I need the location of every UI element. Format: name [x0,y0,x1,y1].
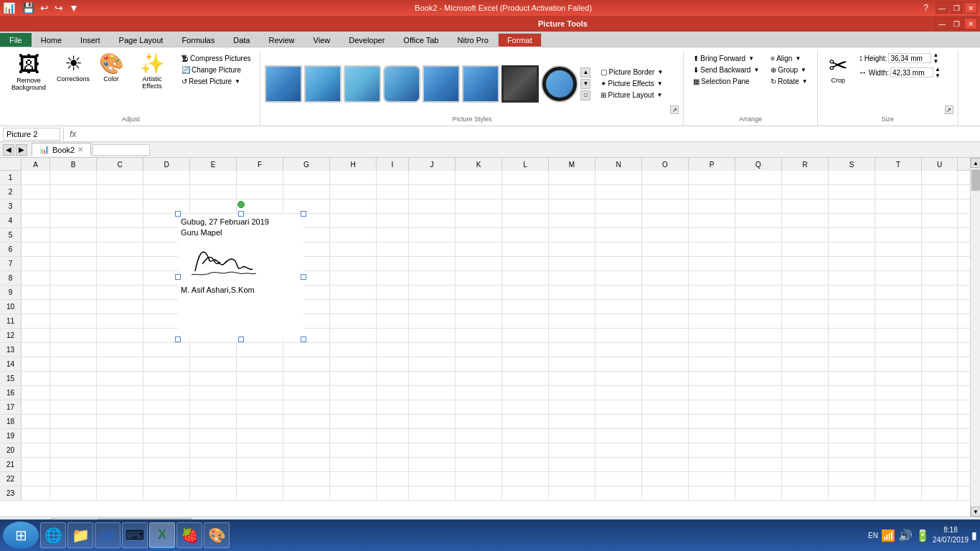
cell-4-R[interactable] [782,214,829,227]
cell-2-G[interactable] [283,185,330,199]
cell-7-S[interactable] [829,257,875,270]
group-button[interactable]: ⊕ Group ▼ [767,65,811,75]
minimize-button[interactable]: — [936,2,948,14]
cell-13-S[interactable] [829,343,875,357]
cell-22-B[interactable] [50,472,97,486]
cell-12-R[interactable] [782,329,829,342]
cell-1-E[interactable] [190,171,237,184]
cell-4-C[interactable] [97,214,143,227]
cell-12-L[interactable] [502,329,549,342]
cell-14-S[interactable] [829,357,875,371]
cell-8-J[interactable] [409,271,456,285]
cell-12-N[interactable] [595,329,642,342]
cell-5-C[interactable] [97,228,143,242]
cell-8-Q[interactable] [735,271,782,285]
cell-10-N[interactable] [595,300,642,314]
cell-14-D[interactable] [143,357,190,371]
cell-19-O[interactable] [642,429,689,443]
cell-17-I[interactable] [377,400,409,414]
cell-17-U[interactable] [922,400,958,414]
cell-5-A[interactable] [22,228,50,242]
cell-15-N[interactable] [595,372,642,385]
cell-1-D[interactable] [143,171,190,184]
cell-19-S[interactable] [829,429,875,443]
expand-btn[interactable]: ◀ [3,144,14,156]
cell-9-H[interactable] [330,286,377,299]
cell-7-L[interactable] [502,257,549,270]
cell-20-L[interactable] [502,443,549,457]
cell-7-I[interactable] [377,257,409,270]
cell-8-R[interactable] [782,271,829,285]
cell-9-Q[interactable] [735,286,782,299]
cell-19-K[interactable] [456,429,502,443]
cell-11-T[interactable] [875,314,922,328]
cell-16-Q[interactable] [735,386,782,400]
cell-13-E[interactable] [190,343,237,357]
cell-19-A[interactable] [22,429,50,443]
cell-2-T[interactable] [875,185,922,199]
cell-10-O[interactable] [642,300,689,314]
cell-13-I[interactable] [377,343,409,357]
close-button[interactable]: ✕ [964,2,977,14]
workbook-tab-book2[interactable]: 📊 Book2 ✕ [32,143,91,156]
cell-20-J[interactable] [409,443,456,457]
taskbar-chrome[interactable]: 🌐 [40,522,66,548]
cell-8-H[interactable] [330,271,377,285]
cell-7-M[interactable] [549,257,595,270]
send-backward-button[interactable]: ⬇ Send Backward ▼ [689,65,763,75]
cell-18-U[interactable] [922,415,958,428]
cell-13-M[interactable] [549,343,595,357]
cell-1-O[interactable] [642,171,689,184]
cell-6-K[interactable] [456,242,502,256]
cell-15-L[interactable] [502,372,549,385]
cell-23-K[interactable] [456,486,502,500]
cell-11-P[interactable] [689,314,735,328]
tab-developer[interactable]: Developer [339,33,394,47]
cell-8-B[interactable] [50,271,97,285]
size-group-expand[interactable]: ↗ [945,105,953,114]
cell-3-E[interactable] [190,199,237,213]
cell-3-H[interactable] [330,199,377,213]
cell-15-R[interactable] [782,372,829,385]
cell-1-L[interactable] [502,171,549,184]
col-header-t[interactable]: T [875,158,922,171]
cell-2-E[interactable] [190,185,237,199]
cell-12-M[interactable] [549,329,595,342]
cell-7-C[interactable] [97,257,143,270]
cell-22-R[interactable] [782,472,829,486]
cell-12-B[interactable] [50,329,97,342]
cell-13-K[interactable] [456,343,502,357]
handle-top-mid[interactable] [238,211,244,217]
cell-14-E[interactable] [190,357,237,371]
cell-21-J[interactable] [409,458,456,471]
cell-23-P[interactable] [689,486,735,500]
cell-6-Q[interactable] [735,242,782,256]
cell-21-K[interactable] [456,458,502,471]
cell-13-R[interactable] [782,343,829,357]
compress-pictures-button[interactable]: 🗜 Compress Pictures [178,53,254,64]
cell-3-J[interactable] [409,199,456,213]
cell-19-T[interactable] [875,429,922,443]
cell-13-L[interactable] [502,343,549,357]
cell-17-G[interactable] [283,400,330,414]
cell-18-G[interactable] [283,415,330,428]
cell-12-I[interactable] [377,329,409,342]
cell-23-H[interactable] [330,486,377,500]
taskbar-app1[interactable]: 🍓 [176,522,202,548]
cell-15-I[interactable] [377,372,409,385]
cell-15-T[interactable] [875,372,922,385]
cell-23-Q[interactable] [735,486,782,500]
col-header-i[interactable]: I [377,158,409,171]
style-thumb-1[interactable] [265,65,302,103]
change-picture-button[interactable]: 🔄 Change Picture [178,65,254,75]
cell-19-B[interactable] [50,429,97,443]
cell-6-O[interactable] [642,242,689,256]
cell-11-M[interactable] [549,314,595,328]
cell-16-D[interactable] [143,386,190,400]
handle-top-left[interactable] [175,211,181,217]
cell-14-B[interactable] [50,357,97,371]
cell-5-M[interactable] [549,228,595,242]
cell-15-U[interactable] [922,372,958,385]
taskbar-keyboard[interactable]: ⌨ [122,522,148,548]
cell-9-P[interactable] [689,286,735,299]
